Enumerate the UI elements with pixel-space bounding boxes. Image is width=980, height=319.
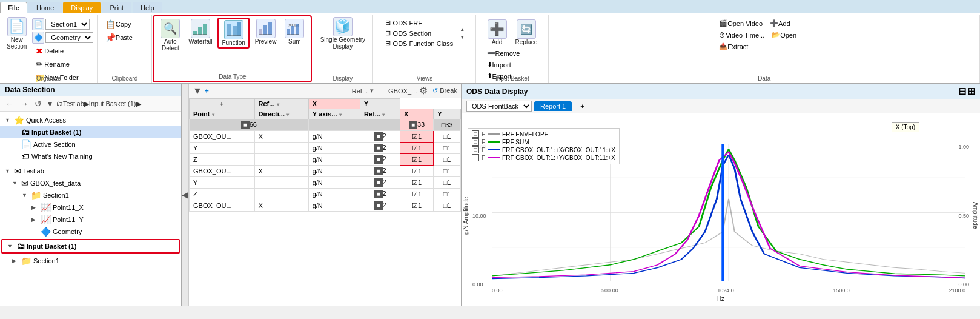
th-point[interactable]: Point ▾ <box>190 109 255 119</box>
new-section-button[interactable]: 📄 New Section <box>4 16 30 51</box>
breadcrumb-input-basket[interactable]: Input Basket (1) <box>89 100 136 107</box>
tree-item-section1-sub[interactable]: ▶ 📁 Section1 <box>0 255 181 267</box>
break-button[interactable]: ↺ Break <box>432 87 457 95</box>
extract-button[interactable]: 📤 Extract <box>717 41 759 52</box>
td-x-5[interactable]: ☑1 <box>400 177 434 189</box>
tree-item-point11-x[interactable]: ▶ 📈 Point11_X <box>0 201 181 213</box>
tab-report1[interactable]: Report 1 <box>534 101 572 111</box>
tree-item-geometry[interactable]: 🔷 Geometry <box>0 226 181 238</box>
th-direction[interactable]: Directi... ▾ <box>254 109 308 119</box>
forward-button[interactable]: → <box>18 98 30 109</box>
td-y-6[interactable]: □1 <box>434 189 461 200</box>
paste-button[interactable]: 📌 Paste <box>104 32 146 44</box>
open-button[interactable]: 📂 Open <box>769 30 812 40</box>
tree-item-whats-new[interactable]: 🏷 What's New Training <box>0 150 181 163</box>
views-item-ods-section[interactable]: ⊞ ODS Section <box>383 29 456 38</box>
tab-home[interactable]: Home <box>28 2 62 13</box>
td-x-6[interactable]: ☑1 <box>400 189 434 200</box>
td-ref-4[interactable]: ■2 <box>360 166 400 177</box>
expand-section1[interactable]: ▼ <box>22 192 29 198</box>
header-y-check[interactable]: □33 <box>434 119 461 131</box>
sum-button[interactable]: SUM Sum <box>282 18 307 46</box>
th-ref2[interactable]: Ref... ▾ <box>360 109 400 119</box>
single-geometry-button[interactable]: 🧊 Single Geometry Display <box>317 16 368 51</box>
remove-button[interactable]: ➖ Remove <box>485 48 527 58</box>
tree-item-testlab[interactable]: ▼ ✉ Testlab <box>0 165 181 177</box>
replace-button[interactable]: 🔄 Replace <box>512 18 541 47</box>
expand-quick-access[interactable]: ▼ <box>5 117 12 123</box>
tab-file[interactable]: File <box>0 2 27 13</box>
td-x-3[interactable]: ☑1 <box>400 154 434 166</box>
expand-testlab[interactable]: ▼ <box>5 168 12 174</box>
th-y2[interactable]: Y <box>434 109 461 119</box>
tree-item-section1[interactable]: ▼ 📁 Section1 <box>0 189 181 201</box>
views-item-ods-frf[interactable]: ⊞ ODS FRF <box>383 18 456 27</box>
header-ref-all[interactable]: ■66 <box>190 119 309 131</box>
section-dropdown[interactable]: Section1 <box>45 19 90 30</box>
tree-item-point11-y[interactable]: ▶ 📈 Point11_Y <box>0 213 181 226</box>
th-y[interactable]: Y <box>360 99 400 109</box>
waterfall-button[interactable]: Waterfall <box>185 18 215 46</box>
td-ref-7[interactable]: ■2 <box>360 200 400 212</box>
td-y-7[interactable]: □1 <box>434 200 461 212</box>
expand-input-basket-2[interactable]: ▼ <box>7 243 15 249</box>
th-yaxis[interactable]: Y axis... ▾ <box>308 109 360 119</box>
th-x[interactable]: X <box>308 99 360 109</box>
td-ref-2[interactable]: ■2 <box>360 143 400 154</box>
tree-item-gbox-test-data[interactable]: ▼ ✉ GBOX_test_data <box>0 177 181 189</box>
header-x-check[interactable]: ■33 <box>400 119 434 131</box>
td-ref-6[interactable]: ■2 <box>360 189 400 200</box>
td-y-3[interactable]: □1 <box>434 154 461 166</box>
views-scroll-up[interactable]: ▲ <box>458 26 466 33</box>
expand-point11-x[interactable]: ▶ <box>31 204 39 210</box>
ref-dropdown[interactable]: ▾ <box>370 87 374 95</box>
auto-detect-button[interactable]: 🔍 Auto Detect <box>157 18 183 53</box>
preview-button[interactable]: Preview <box>252 18 280 46</box>
video-time-button[interactable]: ⏱ Video Time... <box>717 30 767 40</box>
refresh-button[interactable]: ↺ <box>33 98 44 109</box>
delete-button[interactable]: ✖ Delete <box>32 45 93 57</box>
th-add[interactable]: + <box>190 99 255 109</box>
tab-add[interactable]: + <box>574 101 590 111</box>
all-ref-checkbox[interactable]: ■ <box>241 121 250 129</box>
import-button[interactable]: ⬇ Import <box>485 59 527 70</box>
breadcrumb-testlab[interactable]: Testlab <box>63 100 84 107</box>
copy-button[interactable]: 📋 Copy <box>104 18 146 30</box>
expand-point11-y[interactable]: ▶ <box>31 217 39 223</box>
tab-help[interactable]: Help <box>133 2 162 13</box>
rename-button[interactable]: ✏ Rename <box>32 58 93 70</box>
th-ref[interactable]: Ref... ▾ <box>254 99 308 109</box>
gear-button[interactable]: ⚙ <box>419 85 428 96</box>
data-add-button[interactable]: ➕ Add <box>767 18 810 29</box>
add-row-icon[interactable]: + <box>205 87 349 95</box>
panel-expand-icon[interactable]: ⊞ <box>967 86 975 97</box>
ods-report-dropdown[interactable]: ODS FrontBack <box>466 101 532 112</box>
function-button[interactable]: Function <box>217 18 249 49</box>
expand-gbox[interactable]: ▼ <box>12 180 19 186</box>
tree-item-input-basket-2[interactable]: ▼ 🗂 Input Basket (1) <box>1 239 180 254</box>
tree-item-input-basket-1[interactable]: 🗂 Input Basket (1) <box>0 126 181 138</box>
add-to-basket-button[interactable]: ➕ Add <box>485 18 510 47</box>
open-video-button[interactable]: 🎬 Open Video <box>717 18 765 29</box>
td-y-4[interactable]: □1 <box>434 166 461 177</box>
geometry-dropdown[interactable]: Geometry <box>45 32 93 43</box>
td-ref-3[interactable]: ■2 <box>360 154 400 166</box>
tree-item-active-section[interactable]: 📄 Active Section <box>0 138 181 150</box>
td-x-2[interactable]: ☑1 <box>400 143 434 154</box>
x-all-checkbox[interactable]: ■ <box>409 121 417 129</box>
panel-split-icon[interactable]: ⊟ <box>958 86 966 97</box>
td-x-7[interactable]: ☑1 <box>400 200 434 212</box>
td-y-1[interactable]: □1 <box>434 131 461 143</box>
tree-item-quick-access[interactable]: ▼ ⭐ Quick Access <box>0 114 181 126</box>
td-x-1[interactable]: ☑1 <box>400 131 434 143</box>
tab-print[interactable]: Print <box>102 2 131 13</box>
collapse-handle[interactable]: ◀ <box>182 84 189 306</box>
td-ref-5[interactable]: ■2 <box>360 177 400 189</box>
views-item-ods-function[interactable]: ⊞ ODS Function Class <box>383 39 456 48</box>
td-x-4[interactable]: ☑1 <box>400 166 434 177</box>
views-scroll-down[interactable]: ▼ <box>458 34 466 41</box>
breadcrumb[interactable]: 🗂 Testlab ▶ Input Basket (1) ▶ <box>56 100 141 108</box>
expand-section1-sub[interactable]: ▶ <box>12 258 19 264</box>
th-x2[interactable]: X <box>400 109 434 119</box>
nav-dropdown[interactable]: ▾ <box>46 98 54 109</box>
